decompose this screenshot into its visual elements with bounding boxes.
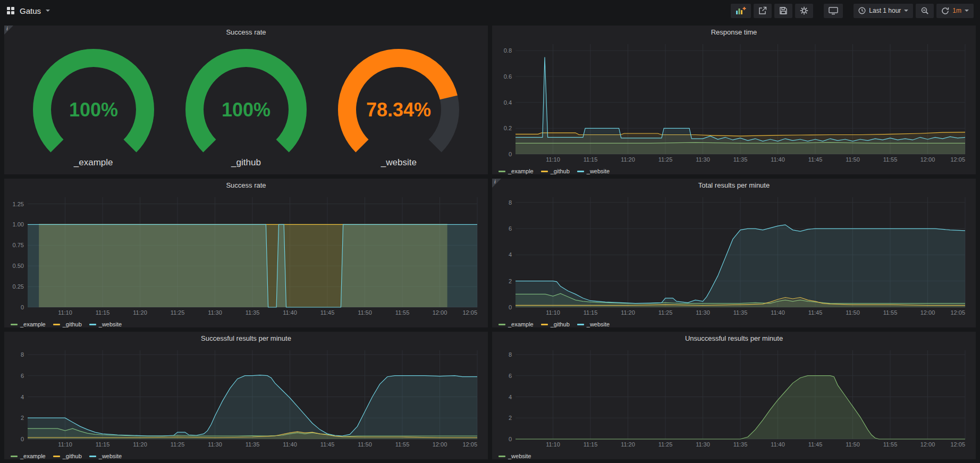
panel-success-rate-gauges: i Success rate 100%_example 100%_github … bbox=[4, 26, 488, 174]
legend-item[interactable]: _example bbox=[11, 453, 46, 459]
save-button[interactable] bbox=[774, 4, 792, 18]
legend-item[interactable]: _github bbox=[541, 321, 570, 327]
svg-text:11:35: 11:35 bbox=[246, 441, 260, 448]
panel-title: Success rate bbox=[226, 181, 266, 189]
svg-text:11:10: 11:10 bbox=[546, 156, 560, 163]
panel-title: Unsuccessful results per minute bbox=[685, 334, 783, 342]
svg-text:11:30: 11:30 bbox=[208, 309, 222, 316]
gauge-row: 100%_example 100%_github 78.34%_website bbox=[4, 39, 488, 174]
gauge-label: _example bbox=[74, 157, 113, 168]
gauge-label: _github bbox=[231, 157, 261, 168]
legend-item[interactable]: _website bbox=[577, 321, 610, 327]
successful-results-chart[interactable]: 0246811:1011:1511:2011:2511:3011:3511:40… bbox=[7, 346, 485, 451]
svg-text:11:20: 11:20 bbox=[621, 156, 635, 163]
svg-text:12:00: 12:00 bbox=[920, 309, 935, 316]
gauge-github: 100%_github bbox=[182, 46, 310, 168]
svg-text:11:30: 11:30 bbox=[696, 309, 710, 316]
svg-text:11:45: 11:45 bbox=[320, 309, 335, 316]
svg-text:0.50: 0.50 bbox=[13, 263, 24, 269]
panel-header[interactable]: Success rate bbox=[4, 26, 488, 39]
svg-text:0.25: 0.25 bbox=[13, 283, 24, 290]
svg-text:12:00: 12:00 bbox=[433, 309, 447, 316]
tv-mode-button[interactable] bbox=[824, 4, 843, 18]
dashboards-grid-icon[interactable] bbox=[6, 6, 15, 15]
refresh-picker[interactable]: 1m bbox=[936, 4, 974, 18]
svg-text:0.6: 0.6 bbox=[504, 73, 512, 80]
time-range-label: Last 1 hour bbox=[869, 7, 901, 14]
svg-text:11:45: 11:45 bbox=[808, 441, 823, 448]
navbar-left: Gatus bbox=[6, 6, 50, 15]
svg-text:12:00: 12:00 bbox=[920, 441, 935, 448]
svg-text:11:15: 11:15 bbox=[584, 441, 598, 448]
svg-text:11:35: 11:35 bbox=[733, 441, 748, 448]
legend-item[interactable]: _website bbox=[89, 321, 122, 327]
panel-title: Successful results per minute bbox=[201, 334, 291, 342]
dashboard-title[interactable]: Gatus bbox=[20, 6, 41, 15]
svg-text:11:40: 11:40 bbox=[283, 309, 297, 316]
add-panel-icon bbox=[736, 6, 746, 15]
svg-text:11:15: 11:15 bbox=[584, 309, 598, 316]
svg-text:11:40: 11:40 bbox=[771, 156, 785, 163]
panel-title: Total results per minute bbox=[698, 181, 770, 189]
panel-header[interactable]: Successful results per minute bbox=[4, 332, 488, 345]
svg-text:11:25: 11:25 bbox=[658, 441, 673, 448]
legend-item[interactable]: _github bbox=[53, 321, 82, 327]
legend-item[interactable]: _example bbox=[11, 321, 46, 327]
success-rate-chart[interactable]: 00.250.500.751.001.2511:1011:1511:2011:2… bbox=[7, 193, 485, 319]
chart-legend: _example_github_website bbox=[4, 319, 488, 327]
zoom-out-button[interactable] bbox=[916, 4, 934, 18]
panel-response-time: Response time 00.20.40.60.811:1011:1511:… bbox=[492, 26, 976, 174]
panel-info-icon[interactable]: i bbox=[4, 26, 14, 35]
svg-text:4: 4 bbox=[509, 394, 512, 400]
svg-text:11:10: 11:10 bbox=[58, 309, 72, 316]
legend-item[interactable]: _website bbox=[89, 453, 122, 459]
svg-text:11:55: 11:55 bbox=[883, 309, 898, 316]
panel-total-results-per-minute: i Total results per minute 0246811:1011:… bbox=[492, 179, 976, 327]
svg-text:11:55: 11:55 bbox=[395, 441, 410, 448]
svg-text:12:05: 12:05 bbox=[950, 309, 965, 316]
settings-button[interactable] bbox=[795, 4, 813, 18]
svg-text:12:05: 12:05 bbox=[462, 309, 477, 316]
svg-text:4: 4 bbox=[21, 394, 24, 400]
refresh-interval-label: 1m bbox=[952, 7, 961, 14]
svg-text:11:45: 11:45 bbox=[320, 441, 335, 448]
time-range-picker[interactable]: Last 1 hour bbox=[854, 4, 913, 18]
caret-down-icon bbox=[904, 10, 908, 12]
svg-text:11:15: 11:15 bbox=[96, 441, 110, 448]
share-button[interactable] bbox=[754, 4, 772, 18]
unsuccessful-results-chart[interactable]: 0246811:1011:1511:2011:2511:3011:3511:40… bbox=[495, 346, 973, 451]
panel-header[interactable]: Unsuccessful results per minute bbox=[492, 332, 976, 345]
svg-text:11:25: 11:25 bbox=[171, 309, 185, 316]
legend-item[interactable]: _github bbox=[541, 168, 570, 174]
add-panel-button[interactable] bbox=[731, 4, 751, 18]
chart-legend: _example_github_website bbox=[492, 319, 976, 327]
legend-item[interactable]: _example bbox=[499, 321, 534, 327]
legend-item[interactable]: _github bbox=[53, 453, 82, 459]
panel-title: Success rate bbox=[226, 28, 266, 36]
panel-header[interactable]: Total results per minute bbox=[492, 179, 976, 192]
svg-text:12:00: 12:00 bbox=[920, 156, 935, 163]
svg-text:1.25: 1.25 bbox=[13, 201, 24, 207]
dashboard-grid: i Success rate 100%_example 100%_github … bbox=[0, 21, 980, 463]
panel-info-icon[interactable]: i bbox=[492, 179, 502, 188]
svg-text:0.8: 0.8 bbox=[504, 47, 512, 54]
panel-header[interactable]: Success rate bbox=[4, 179, 488, 192]
legend-item[interactable]: _website bbox=[577, 168, 610, 174]
svg-text:11:50: 11:50 bbox=[358, 309, 372, 316]
legend-item[interactable]: _example bbox=[499, 168, 534, 174]
save-icon bbox=[779, 6, 788, 15]
svg-text:12:05: 12:05 bbox=[950, 156, 965, 163]
svg-text:11:35: 11:35 bbox=[246, 309, 260, 316]
svg-text:78.34%: 78.34% bbox=[366, 99, 431, 121]
total-results-chart[interactable]: 0246811:1011:1511:2011:2511:3011:3511:40… bbox=[495, 193, 973, 319]
caret-down-icon[interactable] bbox=[46, 10, 50, 12]
panel-header[interactable]: Response time bbox=[492, 26, 976, 39]
svg-text:11:40: 11:40 bbox=[771, 441, 785, 448]
response-time-chart[interactable]: 00.20.40.60.811:1011:1511:2011:2511:3011… bbox=[495, 40, 973, 166]
svg-text:0.2: 0.2 bbox=[504, 125, 512, 131]
svg-text:0: 0 bbox=[21, 436, 24, 442]
legend-item[interactable]: _website bbox=[499, 453, 531, 459]
zoom-out-icon bbox=[920, 6, 929, 15]
refresh-icon bbox=[941, 7, 949, 15]
svg-text:6: 6 bbox=[509, 225, 512, 232]
